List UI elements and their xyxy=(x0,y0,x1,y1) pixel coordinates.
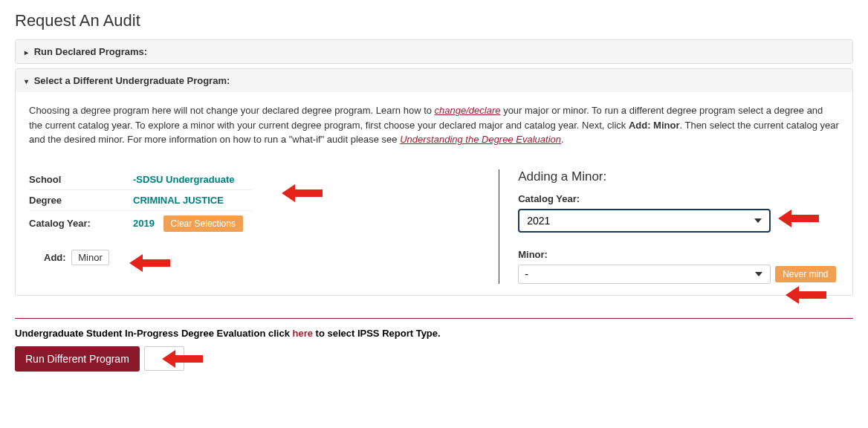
panel-select-different: ▾ Select a Different Undergraduate Progr… xyxy=(15,68,853,296)
annotation-arrow-icon xyxy=(282,183,323,204)
degree-label: Degree xyxy=(29,189,133,210)
footer-p2: to select IPSS Report Type. xyxy=(313,328,441,339)
degree-value[interactable]: CRIMINAL JUSTICE xyxy=(133,195,224,206)
add-label: Add: xyxy=(44,252,66,263)
never-mind-button[interactable]: Never mind xyxy=(775,266,835,282)
footer-p1: Undergraduate Student In-Progress Degree… xyxy=(15,328,292,339)
minor-catalog-year-label: Catalog Year: xyxy=(518,193,839,204)
intro-p1: Choosing a degree program here will not … xyxy=(29,105,435,116)
program-info-table: School -SDSU Undergraduate Degree CRIMIN… xyxy=(29,169,252,236)
divider xyxy=(15,318,853,319)
annotation-arrow-icon xyxy=(786,285,826,305)
panel1-header-text: Run Declared Programs: xyxy=(34,46,147,57)
right-column: Adding a Minor: Catalog Year: 2021 Minor… xyxy=(499,169,839,284)
add-minor-box[interactable]: Minor xyxy=(71,250,109,265)
panel2-header-text: Select a Different Undergraduate Program… xyxy=(34,75,230,86)
add-row: Add: Minor xyxy=(44,250,499,265)
left-column: School -SDSU Undergraduate Degree CRIMIN… xyxy=(29,169,499,265)
catalog-year-value[interactable]: 2019 xyxy=(133,218,155,229)
school-value[interactable]: -SDSU Undergraduate xyxy=(133,174,235,185)
run-different-program-button[interactable]: Run Different Program xyxy=(15,346,140,372)
minor-select[interactable]: - xyxy=(518,265,771,284)
minor-select-label: Minor: xyxy=(518,249,839,260)
school-label: School xyxy=(29,169,133,190)
catalog-year-label: Catalog Year: xyxy=(29,210,133,236)
panel-select-different-header[interactable]: ▾ Select a Different Undergraduate Progr… xyxy=(16,69,852,92)
link-change-declare[interactable]: change/declare xyxy=(435,105,501,116)
annotation-arrow-icon xyxy=(778,208,819,229)
clear-selections-button[interactable]: Clear Selections xyxy=(163,215,243,232)
intro-bold1: Add: Minor xyxy=(629,120,680,131)
intro-text: Choosing a degree program here will not … xyxy=(29,103,839,147)
link-understanding[interactable]: Understanding the Degree Evaluation xyxy=(400,134,561,145)
caret-right-icon: ▸ xyxy=(25,48,28,56)
panel-run-declared-header[interactable]: ▸ Run Declared Programs: xyxy=(16,40,852,63)
footer-text: Undergraduate Student In-Progress Degree… xyxy=(15,328,853,339)
intro-p4: . xyxy=(561,134,564,145)
empty-button[interactable] xyxy=(144,346,184,371)
adding-minor-heading: Adding a Minor: xyxy=(518,169,839,184)
footer-here-link[interactable]: here xyxy=(292,328,312,339)
minor-catalog-year-select[interactable]: 2021 xyxy=(518,209,771,233)
page-title: Request An Audit xyxy=(15,11,853,30)
panel-run-declared: ▸ Run Declared Programs: xyxy=(15,39,853,64)
caret-down-icon: ▾ xyxy=(25,77,28,85)
